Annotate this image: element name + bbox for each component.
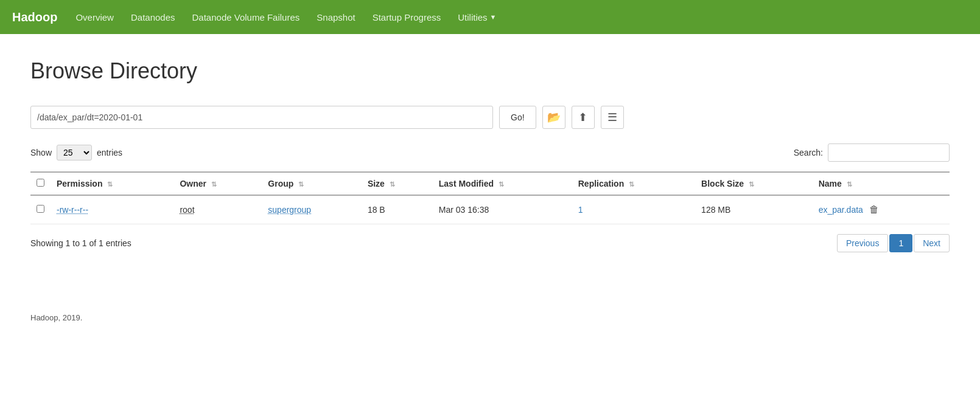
nav-link-snapshot[interactable]: Snapshot xyxy=(317,12,355,22)
size-value: 18 B xyxy=(368,205,385,215)
sort-replication-icon[interactable]: ⇅ xyxy=(629,181,634,188)
footer: Hadoop, 2019. xyxy=(0,313,980,340)
col-header-owner: Owner ⇅ xyxy=(173,172,262,195)
col-header-last-modified: Last Modified ⇅ xyxy=(433,172,572,195)
sort-permission-icon[interactable]: ⇅ xyxy=(107,181,113,188)
list-icon-button[interactable]: ☰ xyxy=(601,106,624,129)
folder-icon-button[interactable]: 📂 xyxy=(542,106,565,129)
block-size-value: 128 MB xyxy=(701,205,730,215)
footer-text: Hadoop, 2019. xyxy=(30,313,82,322)
nav-link-startup-progress[interactable]: Startup Progress xyxy=(373,12,441,22)
folder-icon: 📂 xyxy=(547,111,561,124)
row-checkbox[interactable] xyxy=(37,205,44,213)
nav-utilities-dropdown[interactable]: Utilities ▼ xyxy=(458,12,496,22)
utilities-label: Utilities xyxy=(458,12,487,22)
sort-group-icon[interactable]: ⇅ xyxy=(298,181,304,188)
main-content: Browse Directory Go! 📂 ⬆ ☰ Show 25 10 50… xyxy=(0,34,980,277)
nav-link-overview[interactable]: Overview xyxy=(75,12,114,22)
permission-link[interactable]: -rw-r--r-- xyxy=(57,205,88,215)
path-input[interactable] xyxy=(30,106,493,129)
group-link[interactable]: supergroup xyxy=(268,205,311,215)
entries-label: entries xyxy=(97,148,122,157)
col-header-size: Size ⇅ xyxy=(362,172,433,195)
sort-blocksize-icon[interactable]: ⇅ xyxy=(749,181,754,188)
nav-link-datanodes[interactable]: Datanodes xyxy=(131,12,175,22)
page-buttons: Previous 1 Next xyxy=(837,234,950,252)
table-row: -rw-r--r-- root supergroup 18 B Mar 03 1… xyxy=(30,195,950,224)
upload-icon: ⬆ xyxy=(578,111,587,124)
delete-button[interactable]: 🗑 xyxy=(866,203,883,216)
navbar: Hadoop Overview Datanodes Datanode Volum… xyxy=(0,0,980,34)
upload-icon-button[interactable]: ⬆ xyxy=(572,106,595,129)
col-header-permission: Permission ⇅ xyxy=(51,172,173,195)
path-bar: Go! 📂 ⬆ ☰ xyxy=(30,106,950,129)
col-header-replication: Replication ⇅ xyxy=(572,172,695,195)
col-header-block-size: Block Size ⇅ xyxy=(695,172,813,195)
file-name-link[interactable]: ex_par.data xyxy=(819,205,863,215)
select-all-checkbox[interactable] xyxy=(37,179,44,187)
utilities-arrow-icon: ▼ xyxy=(490,13,497,21)
go-button[interactable]: Go! xyxy=(499,106,536,129)
search-input[interactable] xyxy=(828,143,950,162)
page-1-button[interactable]: 1 xyxy=(889,234,912,252)
pagination-row: Showing 1 to 1 of 1 entries Previous 1 N… xyxy=(30,234,950,252)
show-label: Show xyxy=(30,148,52,157)
sort-owner-icon[interactable]: ⇅ xyxy=(211,181,217,188)
col-header-name: Name ⇅ xyxy=(813,172,950,195)
nav-link-datanode-volume-failures[interactable]: Datanode Volume Failures xyxy=(192,12,300,22)
search-label: Search: xyxy=(794,148,823,157)
entries-select[interactable]: 25 10 50 100 xyxy=(57,145,92,161)
list-icon: ☰ xyxy=(607,111,617,124)
last-modified-value: Mar 03 16:38 xyxy=(439,205,489,215)
brand-logo[interactable]: Hadoop xyxy=(12,10,57,24)
owner-value: root xyxy=(180,205,194,215)
search-box: Search: xyxy=(794,143,950,162)
sort-lastmod-icon[interactable]: ⇅ xyxy=(499,181,504,188)
previous-button[interactable]: Previous xyxy=(837,234,888,252)
sort-size-icon[interactable]: ⇅ xyxy=(390,181,395,188)
file-table: Permission ⇅ Owner ⇅ Group ⇅ Size ⇅ Last… xyxy=(30,171,950,224)
page-title: Browse Directory xyxy=(30,58,950,84)
controls-row: Show 25 10 50 100 entries Search: xyxy=(30,143,950,162)
show-entries: Show 25 10 50 100 entries xyxy=(30,145,122,161)
col-header-group: Group ⇅ xyxy=(262,172,362,195)
next-button[interactable]: Next xyxy=(914,234,950,252)
replication-link[interactable]: 1 xyxy=(578,205,583,215)
showing-text: Showing 1 to 1 of 1 entries xyxy=(30,238,131,248)
sort-name-icon[interactable]: ⇅ xyxy=(847,181,852,188)
